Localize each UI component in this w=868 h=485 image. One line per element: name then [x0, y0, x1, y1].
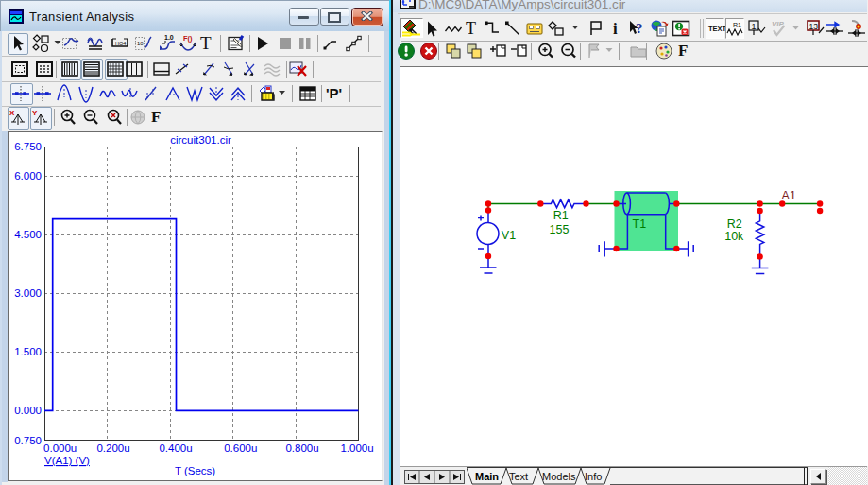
svg-text:R1: R1	[553, 209, 569, 222]
svg-text:1.500: 1.500	[14, 346, 42, 357]
svg-text:13: 13	[809, 22, 819, 31]
svg-text:Text: Text	[509, 471, 528, 482]
svg-text:0.000: 0.000	[14, 405, 42, 416]
svg-text:0.000u: 0.000u	[43, 442, 77, 454]
svg-text:Models: Models	[542, 471, 576, 482]
svg-text:0.800u: 0.800u	[285, 442, 318, 454]
svg-text:3.000: 3.000	[14, 287, 42, 299]
svg-text:V(A1) (V): V(A1) (V)	[44, 455, 90, 466]
svg-text:HO4: HO4	[115, 41, 126, 46]
svg-text:6.000: 6.000	[14, 170, 42, 182]
svg-text:0.600u: 0.600u	[224, 442, 257, 454]
svg-text:0.200u: 0.200u	[96, 442, 129, 454]
svg-text:i: i	[613, 20, 618, 38]
svg-text:T1: T1	[633, 217, 647, 231]
svg-text:1.0: 1.0	[164, 34, 174, 41]
svg-text:10k: 10k	[724, 230, 744, 243]
svg-text:1.000u: 1.000u	[340, 442, 373, 454]
svg-text:?: ?	[636, 21, 643, 36]
svg-text:6.750: 6.750	[14, 141, 42, 152]
svg-text:4.500: 4.500	[14, 229, 42, 240]
svg-text:A1: A1	[782, 189, 796, 202]
svg-text:X: X	[9, 109, 15, 117]
svg-text:R1: R1	[733, 22, 741, 28]
svg-text:T (Secs): T (Secs)	[175, 465, 215, 476]
svg-text:V1: V1	[502, 229, 516, 242]
svg-text:circuit301.cir: circuit301.cir	[170, 134, 231, 146]
svg-text:T: T	[466, 19, 476, 38]
svg-text:155: 155	[550, 223, 570, 236]
svg-text:0.400u: 0.400u	[159, 442, 192, 454]
svg-text:Main: Main	[475, 471, 499, 482]
svg-text:1: 1	[752, 22, 757, 31]
svg-text:-0.750: -0.750	[10, 435, 42, 446]
svg-text:T: T	[200, 33, 212, 53]
svg-text:R2: R2	[727, 217, 742, 231]
svg-text:F(): F()	[183, 34, 193, 43]
svg-text:Info: Info	[585, 471, 602, 482]
svg-text:Y: Y	[32, 109, 38, 117]
svg-text:10: 10	[137, 41, 144, 46]
